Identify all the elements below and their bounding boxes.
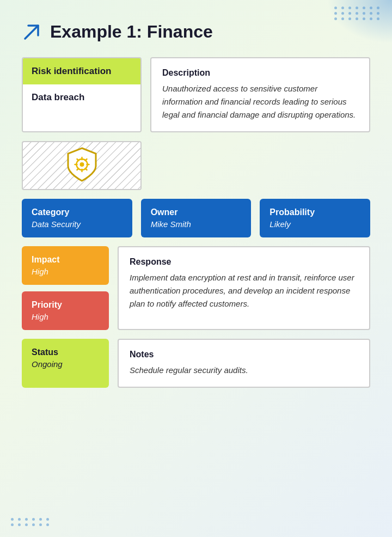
- category-block: Category Data Security: [22, 199, 132, 237]
- risk-identification-block: Risk identification Data breach: [22, 57, 142, 132]
- owner-label: Owner: [151, 208, 242, 217]
- row-status-notes: Status Ongoing Notes Schedule regular se…: [22, 339, 370, 388]
- dots-bottom-left-decoration: [11, 518, 51, 526]
- priority-label: Priority: [32, 300, 99, 310]
- notes-label: Notes: [130, 350, 358, 359]
- illustration-block: [22, 141, 142, 190]
- owner-value: Mike Smith: [151, 219, 242, 229]
- owner-block: Owner Mike Smith: [141, 199, 252, 237]
- svg-point-12: [79, 162, 84, 167]
- svg-line-0: [25, 26, 38, 39]
- risk-id-value: Data breach: [23, 84, 140, 131]
- category-value: Data Security: [32, 219, 122, 229]
- status-block: Status Ongoing: [22, 339, 109, 388]
- priority-value: High: [32, 312, 99, 321]
- impact-priority-col: Impact High Priority High: [22, 246, 109, 330]
- category-label: Category: [32, 208, 122, 217]
- row-illustration: [22, 141, 370, 190]
- probability-label: Probability: [270, 208, 360, 217]
- response-text: Implement data encryption at rest and in…: [130, 271, 358, 310]
- status-value: Ongoing: [32, 359, 99, 369]
- arrow-icon: [22, 22, 41, 42]
- impact-value: High: [32, 267, 99, 276]
- row-impact-priority-response: Impact High Priority High Response Imple…: [22, 246, 370, 330]
- main-grid: Risk identification Data breach Descript…: [22, 57, 370, 388]
- impact-label: Impact: [32, 255, 99, 265]
- description-block: Description Unauthorized access to sensi…: [150, 57, 370, 132]
- notes-block: Notes Schedule regular security audits.: [118, 339, 370, 388]
- probability-block: Probability Likely: [260, 199, 370, 237]
- priority-block: Priority High: [22, 291, 109, 330]
- page-title: Example 1: Finance: [50, 22, 213, 42]
- risk-id-header: Risk identification: [23, 58, 140, 84]
- shield-icon: [64, 145, 100, 186]
- description-label: Description: [162, 68, 358, 78]
- probability-value: Likely: [270, 219, 360, 229]
- description-text: Unauthorized access to sensitive custome…: [162, 82, 358, 121]
- row-category-owner-probability: Category Data Security Owner Mike Smith …: [22, 199, 370, 237]
- page-header: Example 1: Finance: [22, 22, 370, 42]
- response-block: Response Implement data encryption at re…: [118, 246, 370, 330]
- row-risk-description: Risk identification Data breach Descript…: [22, 57, 370, 132]
- notes-text: Schedule regular security audits.: [130, 364, 358, 377]
- impact-block: Impact High: [22, 246, 109, 285]
- response-label: Response: [130, 257, 358, 267]
- status-label: Status: [32, 347, 99, 357]
